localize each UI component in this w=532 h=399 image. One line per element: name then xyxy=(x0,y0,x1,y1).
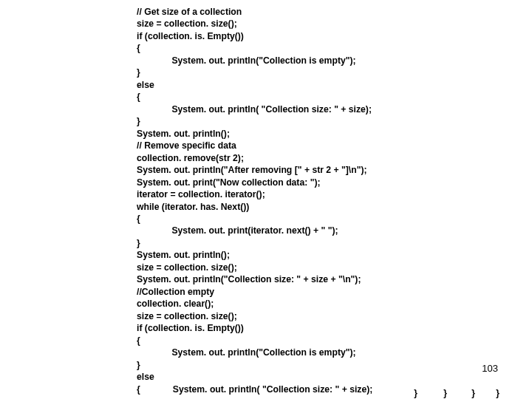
code-line: { xyxy=(137,43,140,53)
code-line: } xyxy=(137,360,140,370)
code-line: else xyxy=(137,372,154,382)
code-line: System. out. println( "Collection size: … xyxy=(137,104,372,115)
code-line: collection. clear(); xyxy=(137,299,214,309)
code-line: System. out. print(iterator. next() + " … xyxy=(137,225,338,236)
code-line: //Collection empty xyxy=(137,287,214,297)
code-line: System. out. println("Collection is empt… xyxy=(137,55,356,66)
code-line: while (iterator. has. Next()) xyxy=(137,202,249,212)
code-line: // Get size of a collection xyxy=(137,7,242,17)
code-line: { xyxy=(137,214,140,224)
code-line: collection. remove(str 2); xyxy=(137,153,244,163)
code-snippet: // Get size of a collection size = colle… xyxy=(137,6,372,395)
code-line: System. out. println(); xyxy=(137,250,230,260)
page-number: 103 xyxy=(482,362,498,375)
code-line: } xyxy=(137,116,140,126)
closing-brace: } xyxy=(414,387,417,399)
code-line: size = collection. size(); xyxy=(137,262,237,273)
code-line: } xyxy=(137,67,140,78)
code-line: { xyxy=(137,335,140,346)
code-line: if (collection. is. Empty()) xyxy=(137,323,244,333)
code-line: } xyxy=(137,238,140,248)
code-line: // Remove specific data xyxy=(137,140,236,151)
closing-brace: } xyxy=(496,387,499,399)
closing-brace: } xyxy=(443,387,447,399)
code-line: System. out. println("Collection size: "… xyxy=(137,274,361,284)
code-line: System. out. println("Collection is empt… xyxy=(137,347,356,358)
code-line: { System. out. println( "Collection size… xyxy=(137,384,372,395)
code-line: System. out. println(); xyxy=(137,129,230,139)
code-line: { xyxy=(137,92,140,102)
code-line: iterator = collection. iterator(); xyxy=(137,189,265,200)
code-line: size = collection. size(); xyxy=(137,18,237,29)
closing-brace: } xyxy=(471,387,475,399)
code-line: size = collection. size(); xyxy=(137,311,237,321)
code-line: else xyxy=(137,80,154,90)
code-line: if (collection. is. Empty()) xyxy=(137,31,244,41)
code-line: System. out. println("After removing [" … xyxy=(137,165,367,175)
code-line: System. out. print("Now collection data:… xyxy=(137,177,321,188)
